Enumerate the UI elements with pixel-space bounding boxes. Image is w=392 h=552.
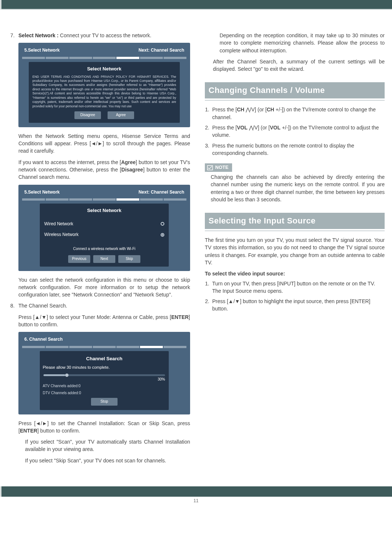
channel-search-msg: Please allow 30 minutes to complete. [43,365,166,371]
panel-channel-search: 6. Channel Search Channel Search Please … [18,332,190,414]
left-column: 7. Select Network : Connect your TV to a… [10,32,190,468]
agree-button[interactable]: Agree [108,111,134,119]
step-7: 7. Select Network : Connect your TV to a… [10,32,190,39]
next-button[interactable]: Next [93,255,115,263]
list-item: Press the [CH ⋀/V] (or [CH +/-]) on the … [211,106,385,121]
stop-button[interactable]: Stop [91,398,118,406]
paragraph: When the Network Setting menu opens, His… [18,132,190,155]
page-number: 11 [0,498,392,507]
paragraph: The first time you turn on your TV, you … [205,236,385,266]
atv-channels-added: ATV Channels added:0 [43,383,166,389]
paragraph: Depending on the reception condition, it… [220,32,385,54]
step-label: Select Network : [18,32,59,38]
section-heading-input-source: Selecting the Input Source [205,213,385,229]
list-item: Press the [VOL ⋀/V] (or [VOL +/-]) on th… [211,124,385,139]
disagree-button[interactable]: Disagree [74,111,101,119]
paragraph: Press [◄/►] to set the Channel Installat… [18,420,190,435]
list-item: Press the numeric buttons on the remote … [211,142,385,157]
paragraph: You can select the network configuration… [18,276,190,299]
input-source-list: Turn on your TV, then press [INPUT] butt… [211,280,385,313]
progress-bar: 30% [43,374,165,382]
skip-button[interactable]: Skip [118,255,140,263]
dtv-channels-added: DTV Channels added:0 [43,390,166,396]
paragraph: If you select "Skip Scan", your TV does … [25,457,190,464]
radio-icon [161,222,164,226]
panel-step-label: 5.Select Network [24,189,60,195]
wizard-progress [22,346,186,348]
divider [205,100,385,101]
network-hint: Connect a wireless network with Wi-Fi [43,246,165,252]
right-column: Depending on the reception condition, it… [205,32,385,468]
step-number: 8. [10,302,18,309]
progress-handle-icon [65,374,69,377]
radio-icon-selected [161,233,164,237]
section-heading-changing-channels: Changing Channels / Volume [205,82,385,98]
step-text: Select Network : Connect your TV to acce… [18,32,190,39]
progress-percent: 30% [43,377,165,382]
panel-step-label: 5.Select Network [24,47,60,53]
previous-button[interactable]: Previous [68,255,90,263]
panel-step-label: 6. Channel Search [24,336,63,343]
changing-channels-list: Press the [CH ⋀/V] (or [CH +/-]) on the … [211,106,385,157]
divider [205,230,385,231]
wired-network-option[interactable]: Wired Network [43,219,165,229]
list-item: Press [▲/▼] button to highlight the inpu… [211,298,385,313]
wireless-network-option[interactable]: Wireless Network [43,229,165,240]
step-8: 8. The Channel Search. [10,302,190,309]
paragraph: If you select "Scan", your TV automatica… [25,438,190,453]
paragraph: If you want to access the internet, pres… [18,159,190,181]
option-label: Wired Network [44,221,73,227]
note-label: NOTE [215,164,228,171]
paragraph: Press [▲/▼] to select your Tuner Mode: A… [18,313,190,329]
step-number: 7. [10,32,18,39]
footer-bar [0,486,392,497]
terms-text: END USER TERMS AND CONDITIONS AND PRIVAC… [32,75,176,109]
step-text: The Channel Search. [18,302,190,309]
header-bar [0,0,392,10]
note-body: Changing the channels can also be achiev… [211,173,385,203]
step-desc: Connect your TV to access the network. [59,32,151,38]
option-label: Wireless Network [44,232,78,238]
panel-title: Select Network [32,66,176,73]
wizard-progress [22,198,186,201]
note-tag: NOTE [205,163,232,172]
panel-select-network-terms: 5.Select Network Next: Channel Search Se… [18,43,190,127]
panel-next-label: Next: Channel Search [139,47,184,53]
panel-next-label: Next: Channel Search [139,189,184,195]
wizard-progress [22,57,186,59]
panel-select-network-type: 5.Select Network Next: Channel Search Se… [18,185,190,271]
panel-title: Channel Search [43,355,166,362]
note-icon [207,165,213,170]
paragraph: After the Channel Search, a summary of t… [213,58,385,73]
panel-title: Select Network [43,207,165,214]
paragraph-bold: To select the video input source: [205,270,385,277]
list-item: Turn on your TV, then press [INPUT] butt… [211,280,385,295]
